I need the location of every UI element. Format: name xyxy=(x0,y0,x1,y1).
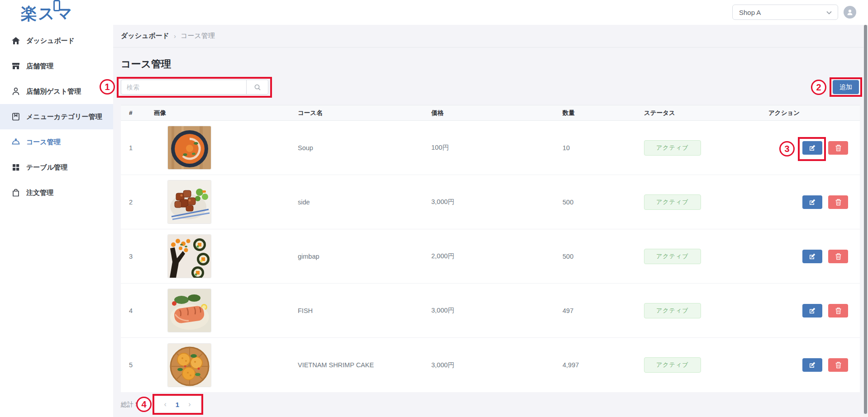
course-name: gimbap xyxy=(290,253,423,260)
sidebar: 楽スマ ダッシュボード 店舗管理 店舗別ゲスト管理 xyxy=(0,0,113,417)
status-cell: アクティブ xyxy=(636,249,760,264)
column-header-price: 価格 xyxy=(423,109,554,117)
trash-icon xyxy=(835,253,842,260)
edit-button[interactable] xyxy=(802,304,822,317)
trash-icon xyxy=(835,361,842,369)
course-name: VIETNAM SHRIMP CAKE xyxy=(290,361,423,369)
row-index: 2 xyxy=(121,199,146,206)
sidebar-item-menu-categories[interactable]: メニューカテゴリー管理 xyxy=(0,104,113,129)
shop-selector[interactable]: Shop A xyxy=(732,5,838,20)
sidebar-nav: ダッシュボード 店舗管理 店舗別ゲスト管理 メニューカテゴリー管理 xyxy=(0,28,113,205)
course-price: 3,000円 xyxy=(423,198,554,206)
home-icon xyxy=(11,36,21,46)
actions-cell xyxy=(760,358,860,372)
pagination-next-icon[interactable]: › xyxy=(188,401,191,408)
add-button[interactable]: 追加 xyxy=(833,80,859,94)
breadcrumb: ダッシュボード › コース管理 xyxy=(113,25,868,47)
user-avatar[interactable] xyxy=(844,6,856,19)
menu-category-icon xyxy=(11,112,21,122)
delete-button[interactable] xyxy=(828,250,848,263)
logo-phone-icon xyxy=(53,0,60,11)
actions-cell xyxy=(760,304,860,317)
status-badge: アクティブ xyxy=(644,194,701,210)
column-header-image: 画像 xyxy=(146,109,290,117)
topbar: Shop A xyxy=(113,0,868,25)
course-qty: 4,997 xyxy=(554,361,636,369)
pagination-page-1[interactable]: 1 xyxy=(176,401,179,408)
order-bag-icon xyxy=(11,188,21,198)
status-badge: アクティブ xyxy=(644,140,701,156)
pagination-prev-icon[interactable]: ‹ xyxy=(164,401,167,408)
sidebar-item-orders[interactable]: 注文管理 xyxy=(0,180,113,205)
row-image-cell xyxy=(146,289,290,332)
search-button[interactable] xyxy=(246,80,268,94)
search-icon xyxy=(254,84,261,91)
sidebar-item-label: 店舗管理 xyxy=(26,62,53,71)
row-index: 3 xyxy=(121,253,146,260)
sidebar-item-guests[interactable]: 店舗別ゲスト管理 xyxy=(0,79,113,104)
grilled-salmon-photo xyxy=(168,289,211,332)
table-row: 2 side 3,000円 500 アクティブ xyxy=(121,175,860,229)
course-price: 3,000円 xyxy=(423,361,554,370)
app-logo-text: 楽スマ xyxy=(21,3,73,25)
search-input[interactable] xyxy=(121,80,246,94)
sidebar-item-label: ダッシュボード xyxy=(26,37,75,45)
page-title: コース管理 xyxy=(121,57,868,71)
row-index: 4 xyxy=(121,307,146,314)
page: 楽スマ ダッシュボード 店舗管理 店舗別ゲスト管理 xyxy=(0,0,868,417)
edit-button[interactable] xyxy=(802,141,822,155)
column-header-qty: 数量 xyxy=(554,109,636,117)
course-cloche-icon xyxy=(11,137,21,147)
sidebar-item-tables[interactable]: テーブル管理 xyxy=(0,155,113,180)
sidebar-item-label: 注文管理 xyxy=(26,189,53,197)
column-header-actions: アクション xyxy=(760,109,860,117)
shrimp-cake-photo xyxy=(168,344,211,387)
table-header-row: # 画像 コース名 価格 数量 ステータス アクション xyxy=(121,105,860,121)
gimbap-rolls-photo xyxy=(168,235,211,278)
course-price: 2,000円 xyxy=(423,252,554,261)
row-index: 5 xyxy=(121,361,146,369)
edit-icon xyxy=(809,144,816,152)
status-cell: アクティブ xyxy=(636,140,760,156)
edit-button[interactable] xyxy=(802,195,822,209)
row-image-cell xyxy=(146,235,290,278)
table-row: 3 gimbap 2,000円 500 アクティブ xyxy=(121,229,860,284)
course-name: Soup xyxy=(290,144,423,152)
row-image-cell xyxy=(146,344,290,387)
chevron-down-icon xyxy=(826,9,832,16)
breadcrumb-current: コース管理 xyxy=(181,32,215,40)
table-grid-icon xyxy=(11,162,21,172)
course-qty: 500 xyxy=(554,199,636,206)
sidebar-item-dashboard[interactable]: ダッシュボード xyxy=(0,28,113,53)
store-icon xyxy=(11,61,21,71)
guest-icon xyxy=(11,86,21,96)
delete-button[interactable] xyxy=(828,141,848,155)
course-price: 100円 xyxy=(423,143,554,152)
edit-icon xyxy=(809,361,816,369)
sidebar-item-shops[interactable]: 店舗管理 xyxy=(0,53,113,79)
sidebar-item-label: 店舗別ゲスト管理 xyxy=(26,87,81,96)
status-badge: アクティブ xyxy=(644,249,701,264)
edit-button[interactable] xyxy=(802,358,822,372)
course-name: side xyxy=(290,199,423,206)
course-qty: 10 xyxy=(554,144,636,152)
delete-button[interactable] xyxy=(828,358,848,372)
actions-cell xyxy=(760,195,860,209)
actions-cell xyxy=(760,250,860,263)
total-suffix: 件 xyxy=(141,401,147,408)
pumpkin-soup-photo xyxy=(168,126,211,169)
delete-button[interactable] xyxy=(828,304,848,317)
app-logo[interactable]: 楽スマ xyxy=(0,0,113,27)
scrollbar-thumb[interactable] xyxy=(864,25,867,414)
delete-button[interactable] xyxy=(828,195,848,209)
breadcrumb-dashboard[interactable]: ダッシュボード xyxy=(121,32,169,40)
sidebar-item-courses[interactable]: コース管理 xyxy=(0,129,113,155)
edit-icon xyxy=(809,253,816,260)
vertical-scrollbar[interactable] xyxy=(863,25,868,417)
table-row: 5 VIETNAM SHRIMP CAKE 3,000円 4,997 アクティブ xyxy=(121,338,860,392)
status-cell: アクティブ xyxy=(636,303,760,318)
row-image-cell xyxy=(146,180,290,223)
edit-button[interactable] xyxy=(802,250,822,263)
table-row: 1 Soup 100円 10 アクティブ xyxy=(121,121,860,175)
column-header-index: # xyxy=(121,109,146,116)
